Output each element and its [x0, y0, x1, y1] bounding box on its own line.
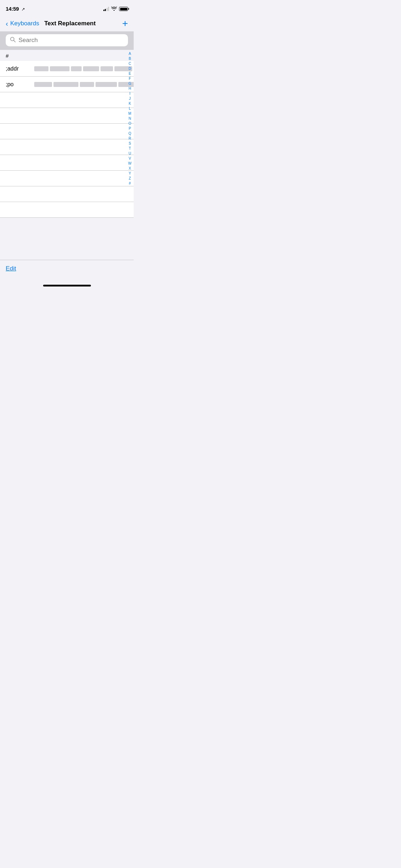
- alpha-letter-G[interactable]: G: [128, 81, 132, 86]
- empty-row: [0, 202, 134, 218]
- redacted-text: [34, 66, 48, 71]
- alpha-letter-W[interactable]: W: [128, 161, 132, 166]
- alpha-letter-T[interactable]: T: [128, 146, 132, 151]
- search-icon: [10, 37, 16, 44]
- page-title: Text Replacement: [18, 20, 122, 27]
- wifi-icon: [111, 6, 117, 12]
- alpha-letter-#[interactable]: #: [128, 181, 132, 186]
- chevron-left-icon: ‹: [6, 20, 8, 27]
- phrase-content: [34, 66, 132, 71]
- redacted-text: [50, 66, 70, 71]
- text-replacement-list: ;addr ;po: [0, 61, 134, 218]
- empty-row: [0, 155, 134, 171]
- alpha-letter-F[interactable]: F: [128, 76, 132, 81]
- empty-row: [0, 186, 134, 202]
- signal-bar-4: [108, 7, 109, 11]
- signal-bar-3: [107, 8, 108, 11]
- alpha-letter-Y[interactable]: Y: [128, 171, 132, 176]
- signal-bars-icon: [103, 7, 109, 11]
- alpha-letter-L[interactable]: L: [128, 106, 132, 111]
- alpha-letter-I[interactable]: I: [129, 91, 131, 96]
- signal-bar-2: [105, 9, 106, 11]
- alpha-letter-P[interactable]: P: [128, 126, 132, 131]
- alpha-letter-M[interactable]: M: [128, 111, 132, 116]
- alpha-letter-U[interactable]: U: [128, 151, 132, 156]
- empty-row: [0, 171, 134, 186]
- alpha-letter-N[interactable]: N: [128, 116, 132, 121]
- redacted-text: [34, 82, 52, 87]
- battery-fill: [120, 8, 127, 10]
- alpha-letter-R[interactable]: R: [128, 136, 132, 141]
- alpha-letter-J[interactable]: J: [128, 96, 132, 101]
- alpha-index: ABCDEFGHIJKLMNOPQRSTUVWXYZ#: [126, 50, 134, 187]
- status-icons: [103, 6, 128, 12]
- edit-button[interactable]: Edit: [6, 265, 16, 272]
- redacted-text: [53, 82, 78, 87]
- empty-row: [0, 139, 134, 155]
- alpha-letter-S[interactable]: S: [128, 141, 132, 146]
- empty-row: [0, 92, 134, 108]
- status-bar: 14:59 ↗: [0, 0, 134, 16]
- battery-icon: [119, 7, 128, 11]
- alpha-letter-H[interactable]: H: [128, 86, 132, 91]
- redacted-text: [80, 82, 94, 87]
- alpha-letter-B[interactable]: B: [128, 56, 132, 61]
- status-time: 14:59: [6, 6, 19, 12]
- location-icon: ↗: [21, 7, 25, 12]
- add-button[interactable]: +: [122, 19, 128, 29]
- alpha-letter-A[interactable]: A: [128, 51, 132, 56]
- redacted-text: [101, 66, 113, 71]
- alpha-letter-K[interactable]: K: [128, 101, 132, 106]
- alpha-letter-D[interactable]: D: [128, 66, 132, 71]
- alpha-letter-X[interactable]: X: [128, 166, 132, 171]
- alpha-letter-V[interactable]: V: [128, 156, 132, 161]
- svg-line-1: [14, 41, 16, 42]
- section-header-hash: #: [0, 50, 134, 61]
- list-item[interactable]: ;po: [0, 77, 134, 92]
- empty-row: [0, 108, 134, 124]
- redacted-text: [96, 82, 117, 87]
- redacted-text: [83, 66, 99, 71]
- signal-bar-1: [103, 10, 104, 11]
- alpha-letter-C[interactable]: C: [128, 61, 132, 66]
- shortcut-label: ;po: [6, 81, 34, 88]
- alpha-letter-O[interactable]: O: [128, 121, 132, 126]
- empty-row: [0, 124, 134, 139]
- search-bar[interactable]: [6, 34, 128, 46]
- alpha-letter-Z[interactable]: Z: [128, 176, 132, 181]
- home-indicator: [43, 285, 91, 286]
- list-item[interactable]: ;addr: [0, 61, 134, 77]
- alpha-letter-Q[interactable]: Q: [128, 131, 132, 136]
- content-area: # ;addr ;po: [0, 50, 134, 218]
- alpha-letter-E[interactable]: E: [128, 71, 132, 76]
- bottom-toolbar: Edit: [0, 260, 134, 277]
- redacted-text: [71, 66, 82, 71]
- status-left: 14:59 ↗: [6, 6, 25, 12]
- search-input[interactable]: [19, 37, 124, 44]
- phrase-content: [34, 82, 134, 87]
- shortcut-label: ;addr: [6, 66, 34, 72]
- search-container: [0, 31, 134, 50]
- navigation-bar: ‹ Keyboards Text Replacement +: [0, 16, 134, 31]
